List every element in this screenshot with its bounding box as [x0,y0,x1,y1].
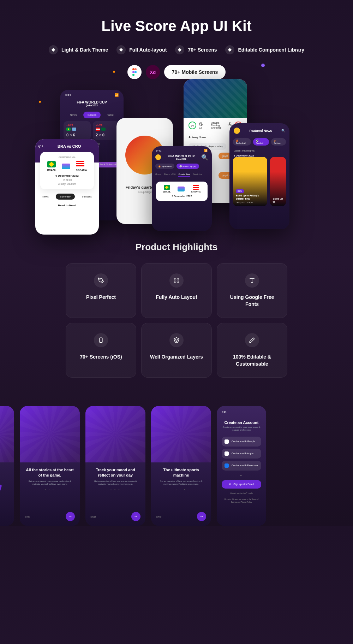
next-button[interactable]: → [131,512,140,521]
phone-icon [94,333,108,347]
skip-button[interactable]: Skip [25,515,30,518]
search-icon[interactable]: 🔍 [201,154,208,161]
onboarding-hero-image [20,406,80,462]
next-button[interactable]: → [66,512,75,521]
feature-autolayout: Full Auto-layout [116,45,167,54]
tab-scores[interactable]: Scores [83,112,101,118]
highlights-grid: Pixel Perfect Fully Auto Layout Using Go… [0,263,353,378]
tab-summary[interactable]: Summary [56,194,75,200]
figma-badge [127,65,142,79]
page-dots: ○ ○ ● [156,489,206,491]
tab-stats[interactable]: Statistics [78,194,96,200]
news-card[interactable]: Build-up to [270,157,286,206]
svg-point-2 [132,71,134,73]
continue-apple-button[interactable]: Continue with Apple [222,449,261,459]
font-icon [245,273,259,288]
highlight-screens: 70+ Screens (iOS) [66,323,136,378]
continue-facebook-button[interactable]: Continue with Facebook [222,461,261,471]
features-row: Light & Dark Theme Full Auto-layout 70+ … [0,45,353,54]
continue-google-button[interactable]: Continue with Google [222,437,261,447]
highlight-pixel-perfect: Pixel Perfect [66,263,136,318]
news-card[interactable]: REAL Build-up to Friday's quarter-final … [233,157,267,206]
highlight-editable: 100% Editable & Customisable [217,323,287,378]
decor-dot [113,71,115,73]
onboarding-screens-row: All the stories at the heart of the game… [0,378,353,526]
highlight-layers: Well Organized Layers [141,323,212,378]
tab-news[interactable]: News [66,112,81,118]
phone-worldcup: 9:41📶 FIFA WORLD CUP Qatar2022 🔍 🔥 Top E… [152,146,212,231]
onboarding-screen-3: The ultimate sports machine Get an overv… [151,406,211,526]
chip-cricket[interactable]: 🏏 Cricket [271,138,286,146]
hero-title: Live Score App UI Kit [0,0,353,45]
xd-badge: Xd [146,65,160,79]
phone-match-detail: ‹ 9:41 BRA vs CRO QUARTER-FINAL BRAZIL C… [35,139,99,235]
skip-button[interactable]: Skip [90,515,96,518]
live-card[interactable]: ● LIVE 0 ○ 6 [64,121,91,140]
diamond-icon [175,45,184,54]
highlight-auto-layout: Fully Auto Layout [141,263,212,318]
onboarding-hero-image [151,406,211,462]
diamond-icon [225,45,234,54]
screens-count-pill: 70+ Mobile Screens [164,65,226,79]
diamond-icon [116,45,126,54]
avatar[interactable] [234,128,240,134]
tab-table[interactable]: Table [103,112,118,118]
onboarding-screen-1: All the stories at the heart of the game… [20,406,80,526]
avatar[interactable] [155,154,161,160]
signup-screen: 9:41 Create an Account Create an account… [217,406,266,526]
tab-news[interactable]: News [38,194,53,200]
skip-button[interactable]: Skip [156,515,162,518]
chip-football[interactable]: ⚽ Football [253,138,269,146]
pen-icon [94,273,108,288]
edit-icon [245,333,259,347]
next-button[interactable]: → [197,512,206,521]
svg-point-4 [132,74,134,76]
highlights-title: Product Highlights [0,242,353,253]
logo-icon [0,481,2,492]
match-photo [184,79,247,118]
signup-email-button[interactable]: ✉Sign up with Email [222,480,261,489]
feature-components: Editable Component Library [225,45,304,54]
onboarding-hero-image [85,406,145,462]
google-icon [225,439,229,444]
decor-dot [261,64,265,67]
page-title: Live Score App UI Kit [0,18,353,35]
svg-point-1 [134,68,137,70]
feature-screens: 70+ Screens [175,45,217,54]
chip-top-events[interactable]: 🔥 Top Events [155,164,174,169]
svg-point-0 [132,68,134,70]
chip-world-cup[interactable]: ⚽ World Cup (M) [176,164,199,169]
match-card[interactable]: BRAZIL CROATIA 9 December 2022 [156,182,208,201]
tool-badges: Xd 70+ Mobile Screens [0,65,353,79]
apple-icon [225,451,229,456]
diamond-icon [49,45,58,54]
live-card[interactable]: ● LIVE 2 ○ 0 [93,121,120,140]
phone-news: Featured News 🔍 🏀 Basketball ⚽ Football … [229,123,289,229]
search-icon[interactable]: 🔍 [281,129,285,132]
svg-point-3 [134,71,137,73]
facebook-icon [225,463,229,468]
mockups-showcase: 9:41📶 FIFA WORLD CUP Qatar2022 News Scor… [18,93,335,220]
page-dots: ○ ● ○ [90,489,140,491]
onboarding-screen-2: Track your mood and reflect on your day … [85,406,145,526]
feature-theme: Light & Dark Theme [49,45,108,54]
screen-partial [0,406,14,526]
highlight-fonts: Using Google Free Fonts [217,263,287,318]
chip-basketball[interactable]: 🏀 Basketball [233,138,251,146]
mail-icon: ✉ [229,483,231,486]
signal-icon: 📶 [115,93,119,97]
layers-icon [169,333,184,347]
page-dots: ● ○ ○ [25,489,75,491]
layout-icon [169,273,184,288]
